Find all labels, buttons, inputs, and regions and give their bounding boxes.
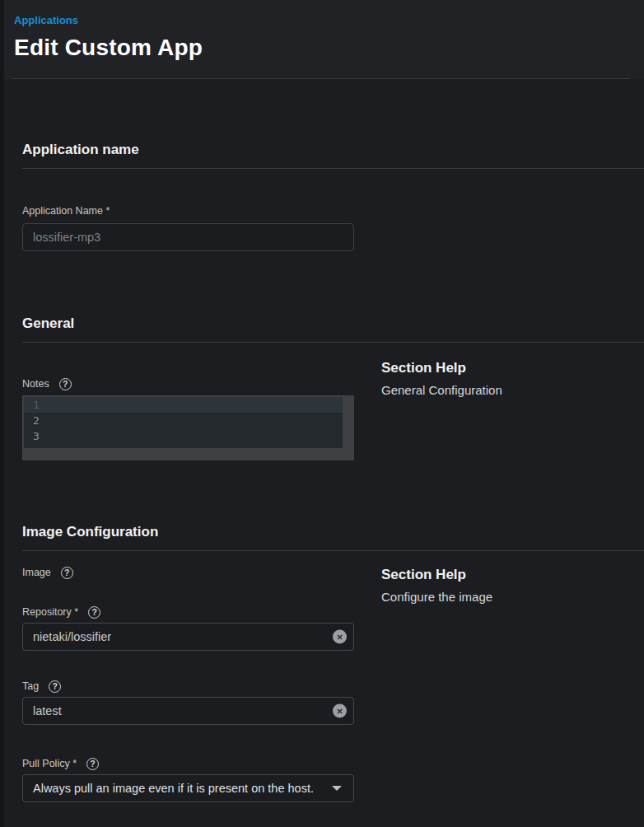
section-help-title-general: Section Help <box>381 360 631 376</box>
pull-policy-label: Pull Policy * <box>22 758 77 769</box>
section-title-image-configuration: Image Configuration <box>22 524 644 551</box>
line-number: 1 <box>33 399 40 411</box>
tag-label: Tag <box>22 680 39 692</box>
edit-app-form: Application name Application Name * Gene… <box>0 142 644 802</box>
notes-label-row: Notes ? <box>22 376 354 391</box>
header-divider <box>12 78 629 79</box>
tag-help-icon[interactable]: ? <box>49 680 61 693</box>
pull-policy-help-icon[interactable]: ? <box>86 758 99 770</box>
repository-label: Repository * <box>22 606 78 618</box>
line-number: 3 <box>33 430 40 442</box>
section-help-text-general: General Configuration <box>381 383 631 397</box>
image-group-label-row: Image ? <box>22 565 354 580</box>
application-name-input <box>22 223 354 251</box>
pull-policy-selected-value: Always pull an image even if it is prese… <box>33 782 314 795</box>
dropdown-arrow-icon <box>332 786 342 791</box>
page-title: Edit Custom App <box>14 35 629 61</box>
window-edge <box>0 0 4 827</box>
repository-help-icon[interactable]: ? <box>88 606 100 619</box>
tag-clear-icon[interactable]: ✕ <box>333 704 347 718</box>
pull-policy-select[interactable]: Always pull an image even if it is prese… <box>22 774 354 802</box>
pull-policy-label-row: Pull Policy * ? <box>22 756 354 771</box>
editor-line[interactable]: 3 <box>24 428 343 444</box>
repository-clear-icon[interactable]: ✕ <box>333 630 347 644</box>
section-title-general: General <box>22 315 644 343</box>
application-name-label: Application Name * <box>22 204 644 217</box>
tag-input[interactable] <box>22 697 354 725</box>
image-group-label: Image <box>22 567 51 578</box>
editor-line[interactable]: 1 <box>24 397 343 413</box>
repository-label-row: Repository * ? <box>22 605 354 619</box>
breadcrumb-applications[interactable]: Applications <box>14 14 78 26</box>
notes-code-editor[interactable]: 1 2 3 <box>22 395 354 460</box>
editor-line[interactable]: 2 <box>24 413 343 428</box>
notes-help-icon[interactable]: ? <box>59 378 72 390</box>
section-help-text-image: Configure the image <box>381 590 631 604</box>
notes-editor-content[interactable]: 1 2 3 <box>24 397 343 448</box>
line-number: 2 <box>33 414 40 427</box>
repository-input[interactable] <box>22 623 354 651</box>
section-title-application-name: Application name <box>22 142 644 169</box>
page-header: Applications Edit Custom App <box>0 0 644 79</box>
image-help-icon[interactable]: ? <box>61 567 73 579</box>
notes-label: Notes <box>22 378 49 390</box>
section-help-title-image: Section Help <box>381 567 631 583</box>
tag-label-row: Tag ? <box>22 679 354 694</box>
